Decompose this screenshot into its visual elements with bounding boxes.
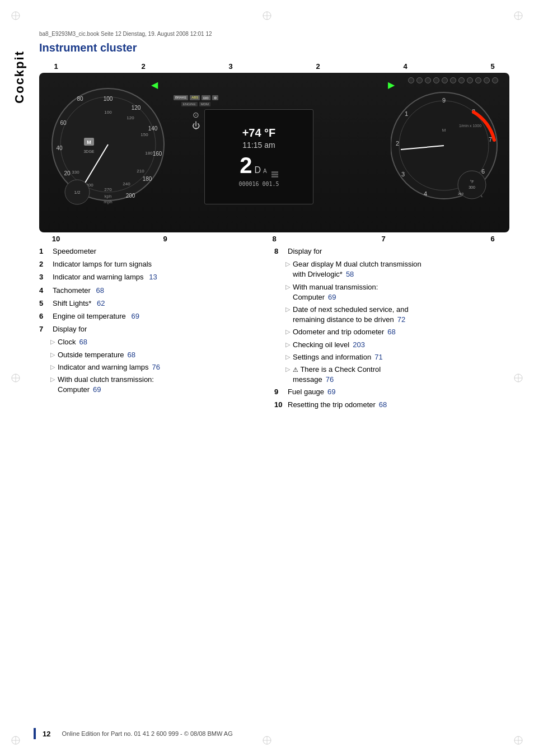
svg-text:140: 140 bbox=[148, 125, 158, 132]
footer: 12 Online Edition for Part no. 01 41 2 6… bbox=[0, 728, 534, 739]
item-list: 1 Speedometer 2 Indicator lamps for turn… bbox=[39, 246, 509, 413]
sub-item-8-4: ▷ Odometer and trip odometer68 bbox=[285, 327, 509, 337]
svg-text:M: M bbox=[442, 128, 446, 133]
svg-text:20: 20 bbox=[64, 170, 71, 176]
top-num-5: 5 bbox=[487, 62, 498, 71]
svg-text:160: 160 bbox=[153, 151, 162, 157]
svg-text:80: 80 bbox=[77, 96, 83, 102]
svg-text:200: 200 bbox=[126, 193, 135, 199]
sub-item-7-1: ▷ Clock68 bbox=[50, 337, 274, 347]
display-odo: 000016 001.5 bbox=[238, 181, 279, 187]
cockpit-sidebar-label: Cockpit bbox=[12, 50, 27, 104]
sub-item-8-6: ▷ Settings and information71 bbox=[285, 352, 509, 362]
list-item-4: 4 Tachometer 68 bbox=[39, 286, 274, 296]
svg-text:240: 240 bbox=[123, 181, 130, 186]
sub-item-7-2: ▷ Outside temperature68 bbox=[50, 350, 274, 360]
svg-text:9: 9 bbox=[442, 97, 446, 104]
svg-text:40: 40 bbox=[56, 145, 63, 151]
svg-text:kph: kph bbox=[105, 194, 112, 199]
svg-text:330: 330 bbox=[72, 170, 79, 175]
display-gear: 2 bbox=[240, 154, 252, 176]
svg-text:M: M bbox=[87, 139, 91, 145]
svg-text:100: 100 bbox=[104, 96, 113, 102]
svg-text:180: 180 bbox=[145, 151, 153, 156]
instrument-panel-image: ◀ ▶ 100 120 140 160 180 200 80 60 40 bbox=[39, 73, 509, 232]
corner-mark-ml bbox=[10, 372, 21, 384]
top-num-3: 3 bbox=[225, 62, 236, 71]
list-item-6: 6 Engine oil temperature 69 bbox=[39, 311, 274, 321]
svg-text:300: 300 bbox=[469, 185, 475, 189]
svg-text:60: 60 bbox=[60, 120, 67, 126]
footer-page-number: 12 bbox=[43, 730, 50, 738]
sub-items-8: ▷ Gear display M dual clutch transmissio… bbox=[285, 259, 509, 385]
svg-text:1/min x 1000: 1/min x 1000 bbox=[459, 124, 481, 128]
svg-text:4: 4 bbox=[424, 190, 427, 197]
svg-text:3: 3 bbox=[401, 171, 405, 178]
svg-text:210: 210 bbox=[458, 192, 464, 195]
list-item-8: 8 Display for bbox=[274, 246, 509, 256]
sub-item-8-2: ▷ With manual transmission:Computer69 bbox=[285, 282, 509, 302]
display-temp: +74 °F bbox=[242, 127, 276, 139]
file-reference: ba8_E9293M3_cic.book Seite 12 Dienstag, … bbox=[39, 31, 512, 37]
top-num-1: 1 bbox=[50, 62, 62, 71]
tachometer-svg: 9 8 7 6 5 4 3 2 1 1/min x 1000 M bbox=[391, 87, 503, 210]
sub-item-8-5: ▷ Checking oil level203 bbox=[285, 340, 509, 350]
list-item-2: 2 Indicator lamps for turn signals bbox=[39, 259, 274, 269]
sub-item-8-7: ▷ ⚠ There is a Check Controlmessage76 bbox=[285, 365, 509, 385]
bottom-num-8: 8 bbox=[269, 235, 280, 243]
svg-text:2: 2 bbox=[396, 140, 399, 147]
footer-copyright: Online Edition for Part no. 01 41 2 600 … bbox=[62, 730, 232, 737]
bottom-num-6: 6 bbox=[487, 235, 498, 243]
svg-text:120: 120 bbox=[127, 115, 134, 120]
sub-item-7-4: ▷ With dual clutch transmission:Computer… bbox=[50, 375, 274, 395]
warning-triangle-icon: ⚠ bbox=[293, 366, 298, 373]
svg-text:150: 150 bbox=[140, 132, 148, 137]
sub-item-7-3: ▷ Indicator and warning lamps76 bbox=[50, 362, 274, 372]
center-display: +74 °F 11:15 am 2 D A 000016 001.5 bbox=[204, 109, 313, 204]
svg-text:100: 100 bbox=[104, 110, 112, 115]
svg-text:7: 7 bbox=[489, 136, 492, 143]
svg-text:1: 1 bbox=[405, 110, 408, 117]
list-item-10: 10 Resetting the trip odometer68 bbox=[274, 400, 509, 410]
list-item-7: 7 Display for bbox=[39, 324, 274, 334]
svg-text:L: L bbox=[481, 194, 483, 198]
svg-text:mph: mph bbox=[104, 199, 113, 204]
speedometer-svg: 100 120 140 160 180 200 80 60 40 20 100 … bbox=[49, 83, 167, 209]
bottom-num-7: 7 bbox=[378, 235, 389, 243]
svg-text:6: 6 bbox=[481, 168, 485, 175]
svg-text:°F: °F bbox=[470, 180, 474, 184]
svg-text:3DGE: 3DGE bbox=[83, 150, 94, 153]
sub-item-8-1: ▷ Gear display M dual clutch transmissio… bbox=[285, 259, 509, 279]
diagram-bottom-numbers: 10 9 8 7 6 bbox=[39, 235, 509, 243]
list-item-3: 3 Indicator and warning lamps 13 bbox=[39, 272, 274, 282]
bottom-num-9: 9 bbox=[160, 235, 171, 243]
instrument-cluster-diagram: 1 2 3 2 4 5 bbox=[34, 62, 504, 243]
shift-lights bbox=[408, 77, 498, 83]
corner-mark-mt bbox=[261, 10, 273, 21]
top-num-2b: 2 bbox=[312, 62, 324, 71]
svg-text:270: 270 bbox=[104, 187, 112, 192]
corner-mark-tr bbox=[513, 10, 524, 21]
display-gear-sub: D bbox=[255, 165, 261, 175]
bottom-num-10: 10 bbox=[50, 235, 62, 243]
list-item-5: 5 Shift Lights* 62 bbox=[39, 298, 274, 309]
top-num-4: 4 bbox=[400, 62, 411, 71]
item-col-right: 8 Display for ▷ Gear display M dual clut… bbox=[274, 246, 509, 413]
section-title: Instrument cluster bbox=[39, 41, 512, 54]
footer-accent-line bbox=[34, 728, 36, 739]
sub-items-7: ▷ Clock68 ▷ Outside temperature68 ▷ Indi… bbox=[50, 337, 274, 395]
svg-text:120: 120 bbox=[132, 105, 141, 111]
corner-mark-tl bbox=[10, 10, 21, 21]
corner-mark-mr bbox=[513, 372, 524, 384]
svg-text:180: 180 bbox=[143, 176, 152, 182]
list-item-9: 9 Fuel gauge69 bbox=[274, 387, 509, 397]
svg-text:210: 210 bbox=[137, 169, 144, 174]
svg-text:1/2: 1/2 bbox=[74, 190, 81, 195]
list-item-1: 1 Speedometer bbox=[39, 246, 274, 256]
item-col-left: 1 Speedometer 2 Indicator lamps for turn… bbox=[39, 246, 274, 413]
top-num-2a: 2 bbox=[138, 62, 149, 71]
display-time: 11:15 am bbox=[242, 141, 275, 150]
sub-item-8-3: ▷ Date of next scheduled service, andrem… bbox=[285, 305, 509, 325]
diagram-top-numbers: 1 2 3 2 4 5 bbox=[39, 62, 509, 71]
